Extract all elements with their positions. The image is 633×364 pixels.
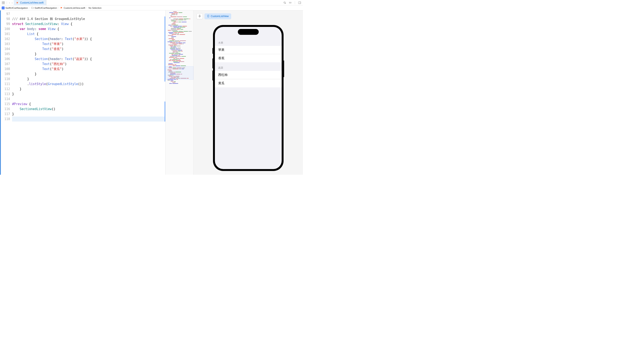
- iphone-power-button: [283, 60, 284, 77]
- list-row[interactable]: 西红柿: [215, 71, 282, 79]
- code-line[interactable]: Section(header: Text("水果")) {: [12, 36, 165, 42]
- line-number: 112: [1, 86, 12, 92]
- refresh-icon[interactable]: [283, 1, 286, 4]
- preview-label[interactable]: CustomListView: [204, 13, 231, 19]
- list-row[interactable]: 黄瓜: [215, 79, 282, 87]
- breadcrumb-folder[interactable]: SwiftUICartNavigation: [31, 7, 57, 9]
- chevron-right-icon: 〉: [29, 6, 31, 10]
- code-line[interactable]: /// ### 1.4 Section 和 GroupedListStyle: [12, 16, 165, 22]
- chevron-right-icon: 〉: [58, 6, 60, 10]
- svg-rect-7: [289, 2, 289, 2]
- breadcrumb: ⬚ SwiftUICartNavigation 〉 SwiftUICartNav…: [0, 6, 303, 10]
- breadcrumb-file[interactable]: CustomListView.swift: [60, 6, 85, 10]
- line-number: 114: [1, 96, 12, 102]
- top-toolbar: ‹ › CustomListView.swift: [0, 0, 303, 6]
- line-number: 105: [1, 52, 12, 56]
- preview-header: CustomListView: [197, 13, 231, 19]
- toolbar-left: ‹ › CustomListView.swift: [2, 0, 46, 6]
- code-line[interactable]: }: [12, 52, 165, 56]
- line-number: 101: [1, 32, 12, 36]
- list-view[interactable]: 水果苹果香蕉蔬菜西红柿黄瓜: [215, 27, 282, 87]
- chevron-right-icon: 〉: [86, 6, 88, 10]
- code-line[interactable]: #Preview {: [12, 102, 165, 106]
- line-number: 107: [1, 62, 12, 66]
- main-area: 9798991001011021031041051061071081091101…: [0, 10, 303, 175]
- line-number: 102: [1, 36, 12, 42]
- folder-icon: [31, 7, 34, 9]
- code-line[interactable]: Text("香蕉"): [12, 46, 165, 52]
- line-number: 116: [1, 106, 12, 112]
- code-line[interactable]: [12, 12, 165, 16]
- line-number: 104: [1, 46, 12, 52]
- toolbar-right: [283, 1, 301, 4]
- swift-icon: [60, 6, 63, 10]
- tab-filename: CustomListView.swift: [20, 1, 43, 4]
- section-header: 水果: [215, 37, 282, 46]
- line-gutter: 9798991001011021031041051061071081091101…: [0, 10, 12, 175]
- code-line[interactable]: Text("苹果"): [12, 42, 165, 46]
- line-number: 118: [1, 116, 12, 122]
- breadcrumb-selection[interactable]: No Selection: [89, 7, 101, 9]
- iphone-mockup: 水果苹果香蕉蔬菜西红柿黄瓜: [213, 25, 283, 171]
- line-number: 117: [1, 112, 12, 116]
- svg-rect-9: [291, 2, 291, 3]
- line-number: 103: [1, 42, 12, 46]
- line-number: 108: [1, 66, 12, 72]
- line-number: 110: [1, 76, 12, 82]
- minimap-viewport[interactable]: [165, 66, 193, 80]
- file-tab[interactable]: CustomListView.swift: [14, 0, 46, 6]
- code-line[interactable]: .listStyle(GroupedListStyle()): [12, 82, 165, 86]
- code-line[interactable]: Section(header: Text("蔬菜")) {: [12, 56, 165, 62]
- code-content[interactable]: /// ### 1.4 Section 和 GroupedListStylest…: [12, 10, 165, 175]
- code-line[interactable]: SectionedListView(): [12, 106, 165, 112]
- code-line[interactable]: }: [12, 72, 165, 76]
- breadcrumb-project[interactable]: ⬚ SwiftUICartNavigation: [2, 6, 28, 10]
- grid-icon[interactable]: [2, 1, 5, 4]
- code-line[interactable]: [12, 96, 165, 102]
- swift-icon: [16, 2, 19, 4]
- svg-rect-12: [208, 15, 209, 17]
- separator: [7, 1, 7, 4]
- dynamic-island: [238, 29, 259, 35]
- app-icon: ⬚: [2, 6, 5, 10]
- list-section: 水果苹果香蕉: [215, 37, 282, 62]
- line-number: 98: [1, 16, 12, 22]
- code-editor[interactable]: 9798991001011021031041051061071081091101…: [0, 10, 165, 175]
- preview-panel: CustomListView 水果苹果香蕉蔬菜西红柿黄瓜: [193, 10, 303, 175]
- back-button[interactable]: ‹: [9, 1, 11, 4]
- panel-icon[interactable]: [298, 1, 301, 4]
- code-line[interactable]: Text("西红柿"): [12, 62, 165, 66]
- line-number: 113: [1, 92, 12, 96]
- list-section: 蔬菜西红柿黄瓜: [215, 62, 282, 87]
- pin-button[interactable]: [197, 13, 203, 19]
- iphone-screen: 水果苹果香蕉蔬菜西红柿黄瓜: [215, 27, 282, 169]
- iphone-volume-down: [212, 70, 213, 80]
- code-line[interactable]: }: [12, 92, 165, 96]
- svg-rect-3: [4, 3, 5, 4]
- code-line[interactable]: }: [12, 76, 165, 82]
- line-number: 99: [1, 22, 12, 26]
- adjust-icon[interactable]: [288, 1, 292, 4]
- code-line[interactable]: [12, 116, 165, 122]
- line-number: 100: [1, 26, 12, 32]
- svg-rect-2: [2, 3, 3, 4]
- code-line[interactable]: struct SectionedListView: View {: [12, 22, 165, 26]
- line-number: 106: [1, 56, 12, 62]
- svg-rect-10: [298, 2, 301, 4]
- code-line[interactable]: }: [12, 86, 165, 92]
- code-line[interactable]: var body: some View {: [12, 26, 165, 32]
- iphone-volume-up: [212, 58, 213, 68]
- phone-icon: [207, 15, 209, 18]
- list-row[interactable]: 苹果: [215, 46, 282, 54]
- minimap[interactable]: [165, 10, 193, 175]
- line-number: 111: [1, 82, 12, 86]
- svg-rect-0: [2, 2, 3, 2]
- separator: [295, 1, 295, 4]
- line-number: 115: [1, 102, 12, 106]
- code-line[interactable]: List {: [12, 32, 165, 36]
- forward-button[interactable]: ›: [11, 1, 13, 4]
- code-line[interactable]: Text("黄瓜"): [12, 66, 165, 72]
- code-line[interactable]: }: [12, 112, 165, 116]
- list-row[interactable]: 香蕉: [215, 54, 282, 62]
- section-header: 蔬菜: [215, 62, 282, 71]
